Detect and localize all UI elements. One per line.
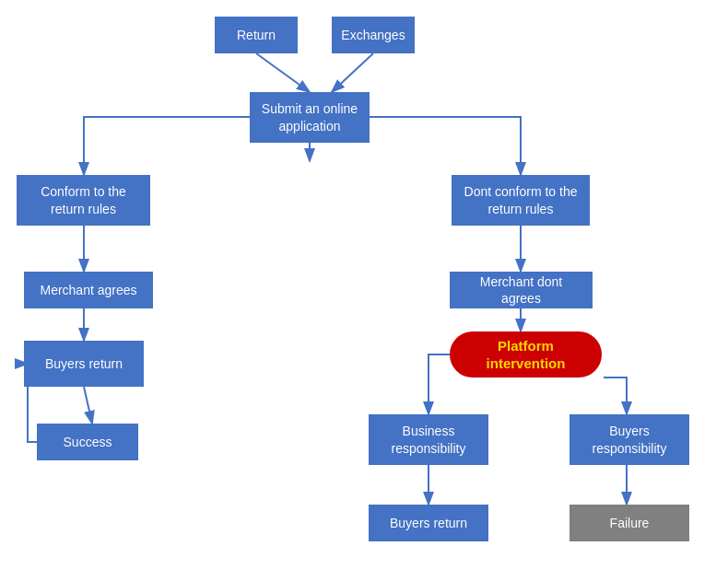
platform-label: Platform intervention: [459, 337, 593, 373]
buyers-return-left-node: Buyers return: [24, 341, 144, 387]
conform-node: Conform to the return rules: [17, 175, 150, 226]
svg-line-6: [84, 387, 92, 424]
buyers-resp-node: Buyers responsibility: [569, 414, 689, 465]
submit-label: Submit an online application: [259, 100, 360, 134]
business-resp-label: Business responsibility: [378, 423, 479, 456]
svg-line-2: [332, 53, 373, 92]
flowchart-diagram: Return Exchanges Submit an online applic…: [0, 0, 728, 581]
return-label: Return: [237, 27, 276, 43]
conform-label: Conform to the return rules: [26, 183, 141, 216]
merchant-agrees-label: Merchant agrees: [40, 282, 136, 298]
success-label: Success: [64, 434, 112, 450]
merchant-dont-label: Merchant dont agrees: [459, 273, 583, 307]
dont-conform-label: Dont conform to the return rules: [461, 183, 581, 216]
platform-node: Platform intervention: [450, 331, 602, 378]
merchant-dont-node: Merchant dont agrees: [450, 272, 593, 308]
buyers-resp-label: Buyers responsibility: [579, 423, 680, 456]
buyers-return-mid-node: Buyers return: [369, 505, 488, 541]
merchant-agrees-node: Merchant agrees: [24, 272, 153, 308]
exchanges-label: Exchanges: [341, 27, 405, 43]
svg-line-1: [256, 53, 310, 92]
failure-label: Failure: [610, 515, 650, 531]
buyers-return-left-label: Buyers return: [45, 355, 123, 372]
submit-node: Submit an online application: [250, 92, 370, 143]
buyers-return-mid-label: Buyers return: [390, 515, 467, 531]
exchanges-node: Exchanges: [332, 17, 415, 53]
return-node: Return: [215, 17, 298, 53]
failure-node: Failure: [569, 505, 689, 541]
business-resp-node: Business responsibility: [369, 414, 488, 465]
dont-conform-node: Dont conform to the return rules: [452, 175, 590, 226]
success-node: Success: [37, 424, 138, 460]
